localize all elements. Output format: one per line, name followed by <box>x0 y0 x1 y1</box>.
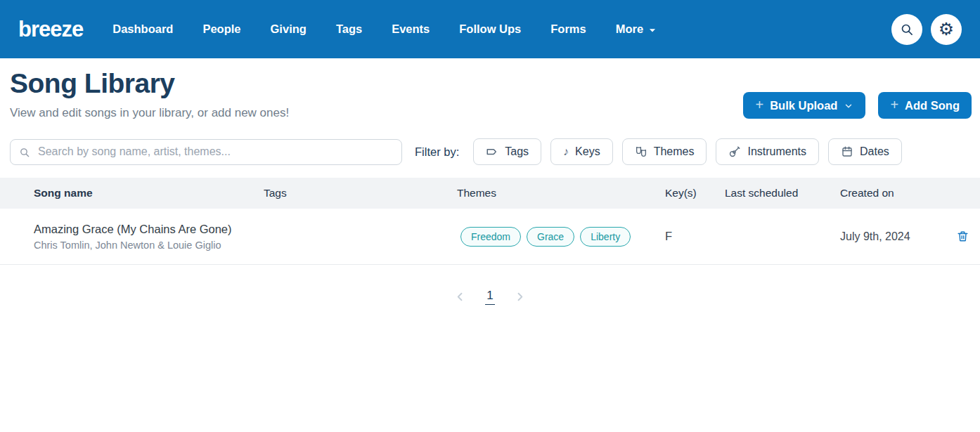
breeze-logo[interactable]: breeze <box>18 17 83 42</box>
chevron-left-icon <box>453 290 467 303</box>
filter-tags-label: Tags <box>505 145 529 158</box>
bulk-upload-button[interactable]: + Bulk Upload <box>743 92 865 119</box>
filter-instruments-label: Instruments <box>747 145 806 158</box>
nav-item-giving[interactable]: Giving <box>271 22 307 36</box>
next-page-button[interactable] <box>512 289 528 305</box>
column-header-themes: Themes <box>457 187 665 199</box>
column-header-created-on: Created on <box>840 187 946 199</box>
column-header-song-name: Song name <box>0 187 264 199</box>
chevron-right-icon <box>513 290 527 303</box>
theme-pill[interactable]: Grace <box>527 227 574 247</box>
nav-item-follow-ups[interactable]: Follow Ups <box>459 22 521 36</box>
search-button[interactable] <box>891 14 922 45</box>
guitar-icon <box>728 145 741 158</box>
top-navigation: breeze Dashboard People Giving Tags Even… <box>0 0 980 58</box>
filter-themes-button[interactable]: Themes <box>622 138 707 165</box>
nav-item-tags[interactable]: Tags <box>336 22 362 36</box>
page-header: Song Library View and edit songs in your… <box>0 58 980 120</box>
table-row[interactable]: Amazing Grace (My Chains Are Gone) Chris… <box>0 209 980 265</box>
column-header-keys: Key(s) <box>665 187 725 199</box>
add-song-label: Add Song <box>905 99 960 112</box>
nav-item-forms[interactable]: Forms <box>550 22 586 36</box>
plus-icon: + <box>755 98 763 112</box>
caret-down-icon <box>647 25 657 35</box>
settings-button[interactable]: ⚙ <box>931 14 962 45</box>
keys-cell: F <box>665 230 725 243</box>
nav-actions: ⚙ <box>891 14 962 45</box>
filter-buttons: Tags ♪ Keys Themes Instruments Dat <box>473 138 902 165</box>
filter-instruments-button[interactable]: Instruments <box>716 138 819 165</box>
column-header-tags: Tags <box>264 187 457 199</box>
filter-toolbar: Filter by: Tags ♪ Keys Themes Instrument… <box>0 120 980 178</box>
nav-more-label: More <box>616 22 643 36</box>
song-title: Amazing Grace (My Chains Are Gone) <box>34 223 264 236</box>
pagination: 1 <box>0 289 980 305</box>
search-icon <box>900 22 914 37</box>
page-title: Song Library <box>10 68 289 99</box>
theme-pill[interactable]: Liberty <box>580 227 631 247</box>
filter-keys-button[interactable]: ♪ Keys <box>550 138 613 165</box>
chevron-down-icon <box>844 101 853 111</box>
add-song-button[interactable]: + Add Song <box>878 92 972 119</box>
column-header-last-scheduled: Last scheduled <box>725 187 840 199</box>
song-name-cell[interactable]: Amazing Grace (My Chains Are Gone) Chris… <box>0 213 264 261</box>
trash-icon <box>956 230 969 243</box>
filter-themes-label: Themes <box>654 145 695 158</box>
nav-item-more[interactable]: More <box>616 22 657 36</box>
page-subtitle: View and edit songs in your library, or … <box>10 106 289 120</box>
nav-item-dashboard[interactable]: Dashboard <box>112 22 173 36</box>
search-icon <box>19 147 30 158</box>
plus-icon: + <box>890 98 898 112</box>
header-actions: + Bulk Upload + Add Song <box>743 92 972 119</box>
calendar-icon <box>841 145 853 158</box>
themes-cell: Freedom Grace Liberty <box>457 227 665 247</box>
search-field-wrap <box>10 139 402 165</box>
filter-dates-label: Dates <box>860 145 889 158</box>
song-table: Song name Tags Themes Key(s) Last schedu… <box>0 178 980 265</box>
row-actions <box>946 227 980 246</box>
song-search-input[interactable] <box>10 139 402 165</box>
delete-song-button[interactable] <box>953 227 972 246</box>
theme-pill[interactable]: Freedom <box>460 227 521 247</box>
nav-item-events[interactable]: Events <box>392 22 430 36</box>
created-on-cell: July 9th, 2024 <box>840 230 946 243</box>
nav-item-people[interactable]: People <box>202 22 240 36</box>
filter-dates-button[interactable]: Dates <box>828 138 902 165</box>
tag-icon <box>486 145 498 158</box>
music-note-icon: ♪ <box>563 146 569 157</box>
theater-masks-icon <box>635 145 647 158</box>
page-number-1[interactable]: 1 <box>485 289 494 305</box>
table-header-row: Song name Tags Themes Key(s) Last schedu… <box>0 178 980 209</box>
filter-tags-button[interactable]: Tags <box>473 138 541 165</box>
main-nav: Dashboard People Giving Tags Events Foll… <box>112 22 657 36</box>
bulk-upload-label: Bulk Upload <box>770 99 837 112</box>
page-header-text: Song Library View and edit songs in your… <box>10 68 289 120</box>
filter-by-label: Filter by: <box>415 145 459 159</box>
gear-icon: ⚙ <box>939 20 954 38</box>
song-artists: Chris Tomlin, John Newton & Louie Giglio <box>34 240 264 251</box>
previous-page-button[interactable] <box>452 289 468 305</box>
filter-keys-label: Keys <box>575 145 600 158</box>
